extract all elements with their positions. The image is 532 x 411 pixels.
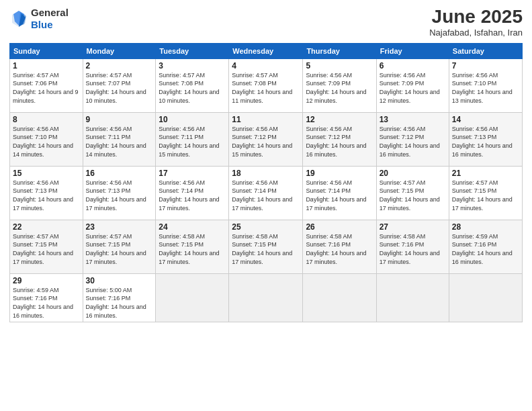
weekday-header: Sunday — [10, 43, 83, 58]
day-number: 10 — [159, 115, 226, 124]
day-number: 11 — [232, 115, 300, 124]
day-info: Sunrise: 4:58 AM Sunset: 7:16 PM Dayligh… — [306, 232, 373, 266]
calendar-week-row: 15 Sunrise: 4:56 AM Sunset: 7:13 PM Dayl… — [10, 166, 523, 220]
day-info: Sunrise: 4:58 AM Sunset: 7:15 PM Dayligh… — [232, 232, 300, 266]
calendar-cell — [376, 273, 449, 322]
calendar-cell: 25 Sunrise: 4:58 AM Sunset: 7:15 PM Dayl… — [229, 220, 303, 273]
day-number: 4 — [232, 61, 300, 71]
day-info: Sunrise: 4:56 AM Sunset: 7:13 PM Dayligh… — [86, 179, 153, 212]
day-info: Sunrise: 4:59 AM Sunset: 7:16 PM Dayligh… — [13, 286, 80, 320]
day-info: Sunrise: 4:57 AM Sunset: 7:15 PM Dayligh… — [13, 232, 80, 266]
day-info: Sunrise: 4:56 AM Sunset: 7:10 PM Dayligh… — [13, 125, 80, 158]
calendar-cell: 17 Sunrise: 4:56 AM Sunset: 7:14 PM Dayl… — [156, 166, 229, 220]
day-number: 12 — [306, 115, 373, 124]
title-block: June 2025 Najafabad, Isfahan, Iran — [429, 7, 523, 38]
weekday-header: Tuesday — [156, 43, 229, 58]
calendar-cell: 15 Sunrise: 4:56 AM Sunset: 7:13 PM Dayl… — [10, 166, 83, 220]
calendar-cell: 29 Sunrise: 4:59 AM Sunset: 7:16 PM Dayl… — [10, 273, 83, 322]
day-number: 18 — [232, 169, 300, 178]
day-number: 7 — [452, 61, 519, 71]
day-number: 20 — [380, 169, 446, 178]
day-number: 23 — [86, 222, 153, 232]
day-number: 9 — [86, 115, 153, 124]
logo: General Blue — [9, 7, 69, 31]
day-number: 28 — [452, 222, 519, 232]
day-info: Sunrise: 4:56 AM Sunset: 7:14 PM Dayligh… — [159, 179, 226, 212]
calendar-cell: 30 Sunrise: 5:00 AM Sunset: 7:16 PM Dayl… — [83, 273, 156, 322]
weekday-header: Wednesday — [229, 43, 303, 58]
calendar-cell: 8 Sunrise: 4:56 AM Sunset: 7:10 PM Dayli… — [10, 112, 83, 166]
calendar-cell: 6 Sunrise: 4:56 AM Sunset: 7:09 PM Dayli… — [376, 58, 449, 112]
calendar-cell: 2 Sunrise: 4:57 AM Sunset: 7:07 PM Dayli… — [83, 58, 156, 112]
location-subtitle: Najafabad, Isfahan, Iran — [429, 28, 523, 38]
day-number: 5 — [306, 61, 373, 71]
weekday-header: Monday — [83, 43, 156, 58]
calendar-cell: 23 Sunrise: 4:57 AM Sunset: 7:15 PM Dayl… — [83, 220, 156, 273]
calendar-cell — [229, 273, 303, 322]
calendar-cell: 24 Sunrise: 4:58 AM Sunset: 7:15 PM Dayl… — [156, 220, 229, 273]
day-number: 17 — [159, 169, 226, 178]
day-info: Sunrise: 4:56 AM Sunset: 7:12 PM Dayligh… — [306, 125, 373, 158]
header: General Blue June 2025 Najafabad, Isfaha… — [9, 7, 523, 38]
day-info: Sunrise: 4:57 AM Sunset: 7:15 PM Dayligh… — [452, 179, 519, 212]
day-number: 24 — [159, 222, 226, 232]
calendar-cell: 22 Sunrise: 4:57 AM Sunset: 7:15 PM Dayl… — [10, 220, 83, 273]
calendar-cell: 9 Sunrise: 4:56 AM Sunset: 7:11 PM Dayli… — [83, 112, 156, 166]
day-info: Sunrise: 4:57 AM Sunset: 7:07 PM Dayligh… — [86, 71, 153, 105]
calendar-cell: 27 Sunrise: 4:58 AM Sunset: 7:16 PM Dayl… — [376, 220, 449, 273]
day-info: Sunrise: 4:57 AM Sunset: 7:08 PM Dayligh… — [159, 71, 226, 105]
logo-text: General Blue — [31, 7, 69, 31]
calendar-cell: 12 Sunrise: 4:56 AM Sunset: 7:12 PM Dayl… — [303, 112, 376, 166]
calendar-cell: 1 Sunrise: 4:57 AM Sunset: 7:06 PM Dayli… — [10, 58, 83, 112]
day-info: Sunrise: 4:57 AM Sunset: 7:08 PM Dayligh… — [232, 71, 300, 105]
calendar-week-row: 1 Sunrise: 4:57 AM Sunset: 7:06 PM Dayli… — [10, 58, 523, 112]
day-number: 19 — [306, 169, 373, 178]
day-info: Sunrise: 4:56 AM Sunset: 7:12 PM Dayligh… — [380, 125, 446, 158]
day-info: Sunrise: 4:56 AM Sunset: 7:11 PM Dayligh… — [86, 125, 153, 158]
day-number: 13 — [380, 115, 446, 124]
calendar-cell — [156, 273, 229, 322]
calendar-cell: 28 Sunrise: 4:59 AM Sunset: 7:16 PM Dayl… — [449, 220, 522, 273]
day-info: Sunrise: 4:56 AM Sunset: 7:09 PM Dayligh… — [306, 71, 373, 105]
day-info: Sunrise: 4:57 AM Sunset: 7:06 PM Dayligh… — [13, 71, 80, 105]
day-number: 15 — [13, 169, 80, 178]
calendar-cell — [303, 273, 376, 322]
calendar-cell: 19 Sunrise: 4:56 AM Sunset: 7:14 PM Dayl… — [303, 166, 376, 220]
day-info: Sunrise: 4:57 AM Sunset: 7:15 PM Dayligh… — [86, 232, 153, 266]
day-info: Sunrise: 4:56 AM Sunset: 7:11 PM Dayligh… — [159, 125, 226, 158]
calendar: SundayMondayTuesdayWednesdayThursdayFrid… — [9, 43, 523, 322]
calendar-cell: 18 Sunrise: 4:56 AM Sunset: 7:14 PM Dayl… — [229, 166, 303, 220]
day-number: 30 — [86, 276, 153, 285]
day-info: Sunrise: 4:56 AM Sunset: 7:14 PM Dayligh… — [232, 179, 300, 212]
day-number: 8 — [13, 115, 80, 124]
day-info: Sunrise: 4:57 AM Sunset: 7:15 PM Dayligh… — [380, 179, 446, 212]
day-info: Sunrise: 5:00 AM Sunset: 7:16 PM Dayligh… — [86, 286, 153, 320]
day-info: Sunrise: 4:56 AM Sunset: 7:14 PM Dayligh… — [306, 179, 373, 212]
weekday-header: Thursday — [303, 43, 376, 58]
calendar-cell: 4 Sunrise: 4:57 AM Sunset: 7:08 PM Dayli… — [229, 58, 303, 112]
calendar-cell: 14 Sunrise: 4:56 AM Sunset: 7:13 PM Dayl… — [449, 112, 522, 166]
day-info: Sunrise: 4:59 AM Sunset: 7:16 PM Dayligh… — [452, 232, 519, 266]
calendar-cell: 16 Sunrise: 4:56 AM Sunset: 7:13 PM Dayl… — [83, 166, 156, 220]
day-number: 2 — [86, 61, 153, 71]
calendar-cell: 21 Sunrise: 4:57 AM Sunset: 7:15 PM Dayl… — [449, 166, 522, 220]
day-number: 16 — [86, 169, 153, 178]
calendar-week-row: 22 Sunrise: 4:57 AM Sunset: 7:15 PM Dayl… — [10, 220, 523, 273]
weekday-header: Saturday — [449, 43, 522, 58]
day-number: 25 — [232, 222, 300, 232]
weekday-header: Friday — [376, 43, 449, 58]
day-number: 3 — [159, 61, 226, 71]
day-number: 1 — [13, 61, 80, 71]
day-info: Sunrise: 4:58 AM Sunset: 7:16 PM Dayligh… — [380, 232, 446, 266]
logo-icon — [9, 9, 28, 28]
day-info: Sunrise: 4:56 AM Sunset: 7:13 PM Dayligh… — [13, 179, 80, 212]
calendar-cell: 20 Sunrise: 4:57 AM Sunset: 7:15 PM Dayl… — [376, 166, 449, 220]
day-number: 21 — [452, 169, 519, 178]
day-number: 22 — [13, 222, 80, 232]
day-number: 14 — [452, 115, 519, 124]
calendar-cell: 26 Sunrise: 4:58 AM Sunset: 7:16 PM Dayl… — [303, 220, 376, 273]
page: General Blue June 2025 Najafabad, Isfaha… — [0, 0, 532, 411]
month-title: June 2025 — [429, 7, 523, 28]
day-number: 29 — [13, 276, 80, 285]
day-info: Sunrise: 4:56 AM Sunset: 7:10 PM Dayligh… — [452, 71, 519, 105]
